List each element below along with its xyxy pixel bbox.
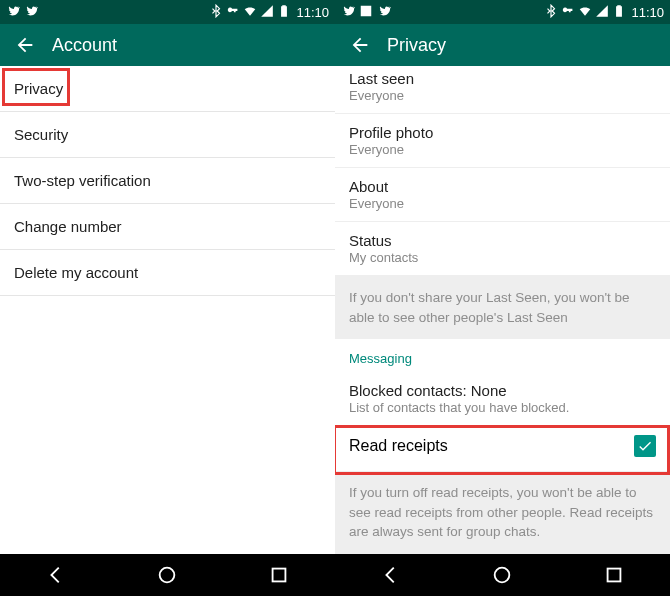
bluetooth-icon <box>209 4 223 21</box>
read-receipts-label: Read receipts <box>349 437 448 455</box>
nav-recents-button[interactable] <box>268 564 290 586</box>
setting-sub: List of contacts that you have blocked. <box>349 400 656 415</box>
item-delete-account[interactable]: Delete my account <box>0 250 335 296</box>
twitter-icon <box>24 4 38 21</box>
wifi-icon <box>578 4 592 21</box>
svg-rect-1 <box>273 568 286 581</box>
setting-blocked[interactable]: Blocked contacts: None List of contacts … <box>335 372 670 421</box>
twitter-icon <box>341 4 355 21</box>
key-icon <box>226 4 240 21</box>
setting-title: Profile photo <box>349 124 656 141</box>
setting-title: About <box>349 178 656 195</box>
status-bar: 11:10 <box>335 0 670 24</box>
bluetooth-icon <box>544 4 558 21</box>
clock-text: 11:10 <box>296 5 329 20</box>
setting-read-receipts[interactable]: Read receipts <box>335 421 670 471</box>
section-messaging: Messaging <box>335 339 670 372</box>
setting-status[interactable]: Status My contacts <box>335 222 670 276</box>
nav-back-button[interactable] <box>45 564 67 586</box>
read-receipts-checkbox[interactable] <box>634 435 656 457</box>
app-bar: Privacy <box>335 24 670 66</box>
wifi-icon <box>243 4 257 21</box>
signal-icon <box>595 4 609 21</box>
clock-text: 11:10 <box>631 5 664 20</box>
setting-about[interactable]: About Everyone <box>335 168 670 222</box>
back-button[interactable] <box>10 30 40 60</box>
svg-point-2 <box>495 567 510 582</box>
phone-account: 11:10 Account Privacy Security Two-step … <box>0 0 335 554</box>
setting-sub: Everyone <box>349 196 656 211</box>
back-button[interactable] <box>345 30 375 60</box>
battery-icon <box>277 4 291 21</box>
twitter-icon <box>6 4 20 21</box>
svg-rect-3 <box>608 568 621 581</box>
privacy-list[interactable]: Last seen Everyone Profile photo Everyon… <box>335 66 670 554</box>
page-title: Privacy <box>387 35 446 56</box>
phone-privacy: 11:10 Privacy Last seen Everyone Profile… <box>335 0 670 554</box>
setting-profile-photo[interactable]: Profile photo Everyone <box>335 114 670 168</box>
nav-recents-button[interactable] <box>603 564 625 586</box>
account-list: Privacy Security Two-step verification C… <box>0 66 335 554</box>
app-bar: Account <box>0 24 335 66</box>
status-bar: 11:10 <box>0 0 335 24</box>
lastseen-info: If you don't share your Last Seen, you w… <box>335 276 670 339</box>
svg-point-0 <box>160 567 175 582</box>
signal-icon <box>260 4 274 21</box>
setting-sub: My contacts <box>349 250 656 265</box>
setting-title: Last seen <box>349 70 656 87</box>
item-change-number[interactable]: Change number <box>0 204 335 250</box>
setting-sub: Everyone <box>349 142 656 157</box>
item-two-step[interactable]: Two-step verification <box>0 158 335 204</box>
setting-sub: Everyone <box>349 88 656 103</box>
setting-last-seen[interactable]: Last seen Everyone <box>335 66 670 114</box>
key-icon <box>561 4 575 21</box>
item-privacy[interactable]: Privacy <box>0 66 335 112</box>
setting-title: Status <box>349 232 656 249</box>
read-receipts-info: If you turn off read receipts, you won't… <box>335 471 670 554</box>
battery-icon <box>612 4 626 21</box>
nav-home-button[interactable] <box>156 564 178 586</box>
check-icon <box>637 438 653 454</box>
nav-home-button[interactable] <box>491 564 513 586</box>
twitter-icon <box>377 4 391 21</box>
item-security[interactable]: Security <box>0 112 335 158</box>
image-icon <box>359 4 373 21</box>
page-title: Account <box>52 35 117 56</box>
nav-bar <box>0 554 670 596</box>
setting-title: Blocked contacts: None <box>349 382 656 399</box>
nav-back-button[interactable] <box>380 564 402 586</box>
